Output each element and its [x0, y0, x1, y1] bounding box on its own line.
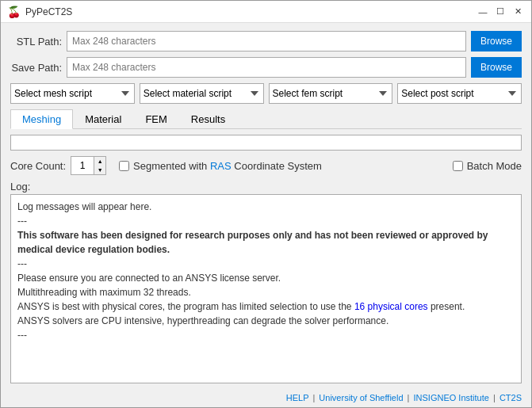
- save-path-row: Save Path: Browse: [10, 57, 522, 78]
- core-count-up[interactable]: ▲: [94, 157, 105, 166]
- stl-path-input[interactable]: [67, 31, 466, 51]
- title-bar: 🍒 PyPeCT2S — ☐ ✕: [1, 1, 531, 23]
- content-area: STL Path: Browse Save Path: Browse Selec…: [1, 23, 531, 390]
- log-label: Log:: [10, 181, 522, 193]
- tab-results[interactable]: Results: [179, 109, 237, 129]
- batch-mode-group: Batch Mode: [453, 160, 522, 172]
- batch-mode-checkbox[interactable]: [453, 161, 463, 171]
- app-icon: 🍒: [7, 6, 21, 18]
- core-count-group: Core Count: ▲ ▼: [10, 156, 106, 175]
- blue-span: 16 physical cores: [354, 301, 428, 312]
- tabs-row: Meshing Material FEM Results: [10, 109, 522, 129]
- university-link[interactable]: University of Sheffield: [319, 393, 403, 402]
- segmented-checkbox[interactable]: [119, 161, 129, 171]
- tab-meshing[interactable]: Meshing: [10, 109, 73, 129]
- log-line: ---: [17, 328, 515, 342]
- maximize-button[interactable]: ☐: [493, 5, 507, 19]
- core-count-label: Core Count:: [10, 160, 66, 172]
- title-bar-controls: — ☐ ✕: [476, 5, 525, 19]
- dropdowns-row: Select mesh script Select material scrip…: [10, 83, 522, 104]
- segmented-label: Segmented with RAS Coordinate System: [133, 160, 322, 172]
- mesh-script-dropdown[interactable]: Select mesh script: [10, 83, 135, 104]
- material-script-dropdown[interactable]: Select material script: [140, 83, 264, 104]
- log-line: Log messages will appear here.: [17, 200, 515, 214]
- window-title: PyPeCT2S: [25, 6, 72, 17]
- log-box: Log messages will appear here. --- This …: [10, 194, 522, 383]
- tab-fem[interactable]: FEM: [133, 109, 178, 129]
- stl-browse-button[interactable]: Browse: [471, 31, 522, 51]
- batch-mode-label: Batch Mode: [467, 160, 522, 172]
- progress-bar: [10, 135, 522, 151]
- core-count-input-wrapper: ▲ ▼: [71, 156, 106, 175]
- log-section: Log: Log messages will appear here. --- …: [10, 181, 522, 383]
- log-line-bold: This software has been designed for rese…: [17, 228, 515, 257]
- help-link[interactable]: HELP: [286, 393, 309, 402]
- tab-material[interactable]: Material: [73, 109, 133, 129]
- insigneo-link[interactable]: INSIGNEO Institute: [414, 393, 489, 402]
- title-bar-left: 🍒 PyPeCT2S: [7, 6, 72, 18]
- log-line: Multithreading with maximum 32 threads.: [17, 285, 515, 299]
- ct2s-link[interactable]: CT2S: [499, 393, 522, 402]
- log-line: Please ensure you are connected to an AN…: [17, 271, 515, 285]
- options-row: Core Count: ▲ ▼ Segmented with RAS Coord…: [10, 156, 522, 175]
- core-spinners: ▲ ▼: [94, 157, 105, 174]
- log-line: ANSYS solvers are CPU intensive, hyperth…: [17, 314, 515, 328]
- save-browse-button[interactable]: Browse: [471, 57, 522, 78]
- close-button[interactable]: ✕: [511, 5, 525, 19]
- footer: HELP | University of Sheffield | INSIGNE…: [1, 390, 531, 407]
- core-count-input[interactable]: [71, 157, 94, 174]
- core-count-down[interactable]: ▼: [94, 166, 105, 174]
- log-line: ---: [17, 214, 515, 228]
- minimize-button[interactable]: —: [476, 5, 490, 19]
- stl-path-row: STL Path: Browse: [10, 31, 522, 51]
- log-line-partial-blue: ANSYS is best with physical cores, the p…: [17, 299, 515, 314]
- save-path-input[interactable]: [67, 57, 466, 78]
- main-window: 🍒 PyPeCT2S — ☐ ✕ STL Path: Browse Save P…: [0, 0, 532, 408]
- stl-path-label: STL Path:: [10, 36, 62, 48]
- save-path-label: Save Path:: [10, 62, 62, 74]
- fem-script-dropdown[interactable]: Select fem script: [269, 83, 393, 104]
- log-line: ---: [17, 257, 515, 271]
- post-script-dropdown[interactable]: Select post script: [397, 83, 522, 104]
- segmented-checkbox-group: Segmented with RAS Coordinate System: [119, 160, 440, 172]
